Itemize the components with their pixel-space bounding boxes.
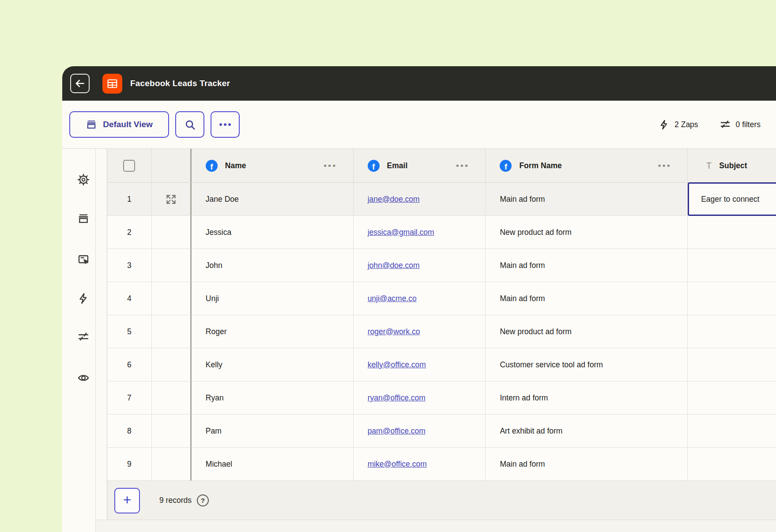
- row-number[interactable]: 8: [107, 415, 152, 448]
- cell-form-name[interactable]: Main ad form: [486, 448, 688, 481]
- cell-form-name[interactable]: New product ad form: [486, 315, 688, 348]
- cell-subject[interactable]: [688, 415, 776, 448]
- cell-form-name[interactable]: Main ad form: [486, 249, 688, 282]
- cell-form-name[interactable]: New product ad form: [486, 216, 688, 249]
- email-link[interactable]: ryan@office.com: [368, 393, 426, 403]
- eye-icon[interactable]: [77, 372, 90, 384]
- row-expand-cell[interactable]: [152, 381, 192, 415]
- column-label: Name: [225, 161, 246, 170]
- cell-name[interactable]: Kelly: [192, 348, 354, 381]
- more-options-button[interactable]: •••: [211, 111, 240, 138]
- zaps-indicator[interactable]: 2 Zaps: [659, 119, 698, 130]
- cell-name[interactable]: Roger: [192, 315, 354, 348]
- email-link[interactable]: pam@office.com: [368, 426, 426, 436]
- row-expand-cell[interactable]: [152, 315, 192, 348]
- email-link[interactable]: roger@work.co: [368, 327, 420, 336]
- column-menu-icon[interactable]: •••: [456, 161, 469, 170]
- cell-email[interactable]: john@doe.com: [354, 249, 486, 282]
- zaps-label: 2 Zaps: [674, 120, 698, 129]
- row-expand-cell[interactable]: [152, 348, 192, 381]
- select-all-checkbox[interactable]: [123, 160, 135, 172]
- column-header-subject[interactable]: T Subject: [688, 149, 776, 182]
- default-view-button[interactable]: Default View: [69, 111, 169, 138]
- cell-subject[interactable]: [688, 216, 776, 249]
- row-number[interactable]: 3: [107, 249, 152, 282]
- cell-email[interactable]: pam@office.com: [354, 415, 486, 448]
- email-link[interactable]: mike@office.com: [368, 460, 427, 469]
- cell-name[interactable]: Jessica: [192, 216, 354, 249]
- table-row: 1 Jane Doe: [107, 183, 776, 216]
- cell-subject[interactable]: [688, 249, 776, 282]
- cell-form-name[interactable]: Customer service tool ad form: [486, 348, 688, 381]
- row-number[interactable]: 6: [107, 348, 152, 381]
- column-header-email[interactable]: f Email •••: [354, 149, 486, 182]
- cell-email[interactable]: jessica@gmail.com: [354, 216, 486, 249]
- cell-form-name[interactable]: Main ad form: [486, 183, 688, 216]
- cell-subject[interactable]: [688, 315, 776, 348]
- title-bar: Facebook Leads Tracker: [62, 66, 776, 101]
- sliders-icon[interactable]: [77, 331, 90, 343]
- ellipsis-icon: •••: [218, 120, 232, 130]
- cell-form-name[interactable]: Main ad form: [486, 282, 688, 315]
- column-header-form-name[interactable]: f Form Name •••: [486, 149, 688, 182]
- page-cursor-icon[interactable]: [77, 253, 90, 266]
- email-link[interactable]: unji@acme.co: [368, 294, 417, 303]
- column-menu-icon[interactable]: •••: [658, 161, 671, 170]
- cell-form-name[interactable]: Art exhibit ad form: [486, 415, 688, 448]
- selected-cell[interactable]: Eager to connect: [688, 182, 776, 216]
- cell-email[interactable]: jane@doe.com: [354, 183, 486, 216]
- row-expand-cell[interactable]: [152, 415, 192, 448]
- cell-email[interactable]: roger@work.co: [354, 315, 486, 348]
- email-link[interactable]: kelly@office.com: [368, 360, 426, 370]
- add-record-button[interactable]: +: [114, 488, 140, 513]
- help-icon[interactable]: ?: [197, 494, 209, 506]
- row-expand-cell[interactable]: [152, 183, 192, 216]
- table-row: 5 Roger roger@work.co New product ad for…: [107, 315, 776, 348]
- cell-name[interactable]: John: [192, 249, 354, 282]
- text-type-icon: T: [706, 161, 712, 171]
- gear-icon[interactable]: [77, 174, 90, 186]
- lightning-icon[interactable]: [77, 292, 90, 305]
- row-number[interactable]: 5: [107, 315, 152, 348]
- search-icon: [184, 119, 196, 131]
- table-row: 2 Jessica jessica@gmail.com New product …: [107, 216, 776, 249]
- row-number[interactable]: 1: [107, 183, 152, 216]
- cell-email[interactable]: mike@office.com: [354, 448, 486, 481]
- page-background: Facebook Leads Tracker Default View: [0, 0, 776, 532]
- cell-email[interactable]: ryan@office.com: [354, 381, 486, 415]
- row-expand-cell[interactable]: [152, 249, 192, 282]
- cell-name[interactable]: Pam: [192, 415, 354, 448]
- cell-subject[interactable]: [688, 282, 776, 315]
- cell-name[interactable]: Jane Doe: [192, 183, 354, 216]
- email-link[interactable]: jessica@gmail.com: [368, 228, 434, 237]
- cell-subject[interactable]: [688, 381, 776, 415]
- cell-name[interactable]: Unji: [192, 282, 354, 315]
- row-expand-cell[interactable]: [152, 448, 192, 481]
- row-number[interactable]: 2: [107, 216, 152, 249]
- email-link[interactable]: john@doe.com: [368, 261, 420, 270]
- cell-subject[interactable]: [688, 448, 776, 481]
- cell-form-name[interactable]: Intern ad form: [486, 381, 688, 415]
- back-button[interactable]: [70, 74, 90, 93]
- cell-name[interactable]: Ryan: [192, 381, 354, 415]
- row-number[interactable]: 9: [107, 448, 152, 481]
- row-expand-cell[interactable]: [152, 216, 192, 249]
- expand-record-icon[interactable]: [165, 193, 177, 205]
- table-row: 7 Ryan ryan@office.com Intern ad form: [107, 381, 776, 415]
- table-view-icon[interactable]: [77, 212, 90, 225]
- row-number[interactable]: 4: [107, 282, 152, 315]
- row-number[interactable]: 7: [107, 381, 152, 415]
- search-button[interactable]: [175, 111, 204, 138]
- cell-subject[interactable]: [688, 348, 776, 381]
- cell-email[interactable]: unji@acme.co: [354, 282, 486, 315]
- email-link[interactable]: jane@doe.com: [368, 195, 420, 204]
- filters-indicator[interactable]: 0 filters: [719, 119, 761, 130]
- column-menu-icon[interactable]: •••: [324, 161, 337, 170]
- column-header-name[interactable]: f Name •••: [192, 149, 354, 182]
- horizontal-scroll-track[interactable]: [96, 520, 776, 532]
- select-all-cell: [107, 149, 152, 182]
- cell-subject-selected[interactable]: Eager to connect: [688, 183, 776, 216]
- cell-name[interactable]: Michael: [192, 448, 354, 481]
- cell-email[interactable]: kelly@office.com: [354, 348, 486, 381]
- row-expand-cell[interactable]: [152, 282, 192, 315]
